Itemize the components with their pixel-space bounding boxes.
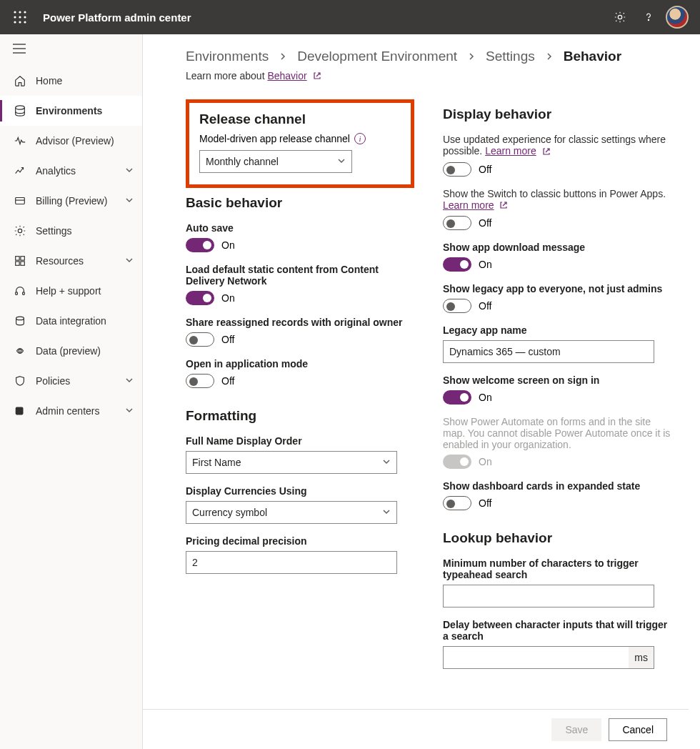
release-channel-label: Model-driven app release channel xyxy=(199,133,350,144)
help-icon[interactable] xyxy=(634,0,663,34)
sidebar-item-data-preview[interactable]: Data (preview) xyxy=(0,336,142,366)
svg-point-0 xyxy=(14,11,16,13)
sidebar-item-label: Help + support xyxy=(36,285,101,297)
sidebar-item-settings[interactable]: Settings xyxy=(0,216,142,246)
switch-classic-toggle[interactable] xyxy=(443,216,471,230)
cancel-button[interactable]: Cancel xyxy=(609,718,667,741)
chevron-down-icon xyxy=(125,195,134,207)
sidebar-item-label: Home xyxy=(36,75,62,86)
svg-rect-23 xyxy=(23,292,25,295)
switch-classic-text: Show the Switch to classic buttons in Po… xyxy=(443,188,671,212)
chevron-down-icon xyxy=(382,507,391,518)
full-name-order-label: Full Name Display Order xyxy=(186,435,414,447)
currencies-select[interactable]: Currency symbol xyxy=(186,501,397,524)
user-avatar[interactable] xyxy=(663,0,691,34)
svg-rect-20 xyxy=(16,262,19,265)
data-preview-icon xyxy=(13,344,27,358)
release-channel-select[interactable]: Monthly channel xyxy=(199,150,352,173)
sidebar-item-label: Analytics xyxy=(36,165,76,177)
welcome-screen-toggle[interactable] xyxy=(443,390,471,405)
lookup-behavior-heading: Lookup behavior xyxy=(443,530,671,546)
breadcrumb-item[interactable]: Settings xyxy=(486,49,535,64)
chevron-down-icon xyxy=(125,165,134,177)
power-automate-text: Show Power Automate on forms and in the … xyxy=(443,416,671,450)
updated-experience-toggle[interactable] xyxy=(443,162,471,177)
learn-more-link[interactable]: Behavior xyxy=(267,70,306,81)
toggle-state: On xyxy=(221,292,235,304)
hamburger-icon[interactable] xyxy=(13,44,26,56)
home-icon xyxy=(13,74,27,88)
sidebar-item-help-support[interactable]: Help + support xyxy=(0,276,142,306)
chevron-down-icon xyxy=(125,255,134,267)
sidebar-item-resources[interactable]: Resources xyxy=(0,246,142,276)
sidebar-item-data-integration[interactable]: Data integration xyxy=(0,306,142,336)
svg-point-1 xyxy=(19,11,21,13)
sidebar-item-label: Policies xyxy=(36,375,70,387)
toggle-state: Off xyxy=(221,375,234,387)
analytics-icon xyxy=(13,164,27,178)
auto-save-toggle[interactable] xyxy=(186,238,214,252)
sidebar-item-billing[interactable]: Billing (Preview) xyxy=(0,186,142,216)
svg-point-5 xyxy=(24,16,26,18)
legacy-app-name-input[interactable]: Dynamics 365 — custom xyxy=(443,340,654,363)
min-chars-input[interactable] xyxy=(443,585,654,607)
breadcrumb-item[interactable]: Development Environment xyxy=(297,49,457,64)
svg-point-3 xyxy=(14,16,16,18)
sidebar-item-home[interactable]: Home xyxy=(0,66,142,96)
info-icon[interactable]: i xyxy=(354,133,366,144)
svg-point-7 xyxy=(19,21,21,23)
basic-behavior-heading: Basic behavior xyxy=(186,195,414,211)
min-chars-label: Minimum number of characters to trigger … xyxy=(443,557,671,580)
delay-suffix: ms xyxy=(629,647,654,668)
external-link-icon xyxy=(542,147,551,158)
chevron-down-icon xyxy=(382,457,391,468)
delay-input[interactable]: ms xyxy=(443,646,654,669)
precision-label: Pricing decimal precision xyxy=(186,535,414,547)
billing-icon xyxy=(13,194,27,208)
learn-more-link[interactable]: Learn more xyxy=(443,199,494,211)
share-reassigned-toggle[interactable] xyxy=(186,332,214,347)
dashboard-expanded-label: Show dashboard cards in expanded state xyxy=(443,480,671,492)
svg-rect-26 xyxy=(16,407,24,415)
sidebar-item-label: Data integration xyxy=(36,315,106,327)
toggle-state: On xyxy=(221,239,235,251)
learn-more-line: Learn more about Behavior xyxy=(186,70,671,82)
footer: Save Cancel xyxy=(143,709,689,749)
full-name-order-select[interactable]: First Name xyxy=(186,451,397,474)
sidebar-item-advisor[interactable]: Advisor (Preview) xyxy=(0,126,142,156)
svg-point-17 xyxy=(18,229,21,232)
cdn-toggle[interactable] xyxy=(186,291,214,305)
toggle-state: On xyxy=(479,456,492,467)
policies-icon xyxy=(13,374,27,388)
save-button: Save xyxy=(551,718,601,741)
svg-point-6 xyxy=(14,21,16,23)
breadcrumb-current: Behavior xyxy=(564,49,621,64)
delay-label: Delay between character inputs that will… xyxy=(443,619,671,642)
precision-input[interactable]: 2 xyxy=(186,551,397,574)
power-automate-toggle xyxy=(443,455,471,469)
cdn-label: Load default static content from Content… xyxy=(186,264,414,287)
sidebar-item-label: Resources xyxy=(36,255,84,267)
sidebar-item-admin-centers[interactable]: Admin centers xyxy=(0,396,142,426)
toggle-state: Off xyxy=(479,497,491,509)
share-reassigned-label: Share reassigned records with original o… xyxy=(186,317,414,328)
breadcrumb-item[interactable]: Environments xyxy=(186,49,269,64)
resources-icon xyxy=(13,254,27,268)
sidebar-item-environments[interactable]: Environments xyxy=(0,96,142,126)
toggle-state: Off xyxy=(479,164,491,175)
app-launcher-icon[interactable] xyxy=(9,6,31,29)
external-link-icon xyxy=(499,200,508,212)
gear-icon[interactable] xyxy=(606,0,634,34)
data-integration-icon xyxy=(13,314,27,328)
legacy-everyone-label: Show legacy app to everyone, not just ad… xyxy=(443,283,671,294)
app-mode-toggle[interactable] xyxy=(186,374,214,388)
sidebar-item-policies[interactable]: Policies xyxy=(0,366,142,396)
sidebar-item-label: Data (preview) xyxy=(36,345,101,357)
sidebar-item-analytics[interactable]: Analytics xyxy=(0,156,142,186)
download-msg-toggle[interactable] xyxy=(443,257,471,272)
learn-more-link[interactable]: Learn more xyxy=(485,145,536,157)
legacy-everyone-toggle[interactable] xyxy=(443,299,471,313)
svg-point-24 xyxy=(16,317,24,320)
sidebar-item-label: Environments xyxy=(36,105,102,116)
dashboard-expanded-toggle[interactable] xyxy=(443,496,471,510)
